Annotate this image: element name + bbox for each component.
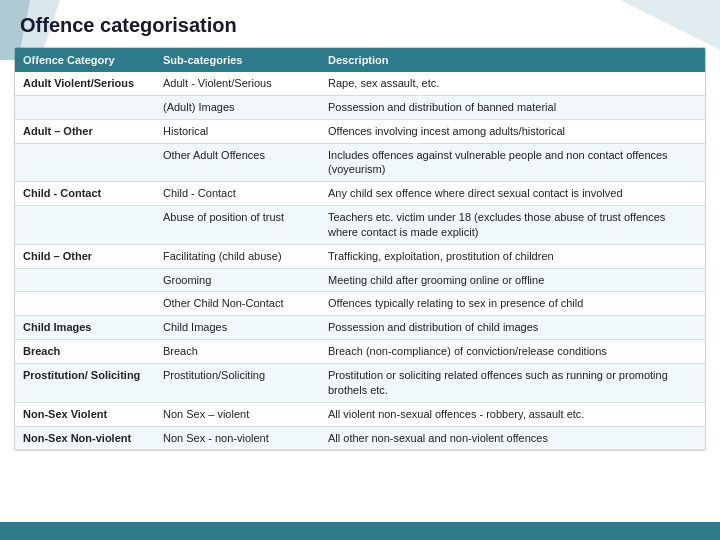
table-row: GroomingMeeting child after grooming onl… xyxy=(15,268,705,292)
cell-description: Teachers etc. victim under 18 (excludes … xyxy=(320,206,705,245)
cell-subcategory: Grooming xyxy=(155,268,320,292)
header: Offence categorisation xyxy=(0,0,720,47)
cell-category xyxy=(15,95,155,119)
table-row: Abuse of position of trustTeachers etc. … xyxy=(15,206,705,245)
table-row: Prostitution/ SolicitingProstitution/Sol… xyxy=(15,363,705,402)
cell-category: Non-Sex Violent xyxy=(15,402,155,426)
bottom-accent xyxy=(0,510,720,540)
cell-subcategory: (Adult) Images xyxy=(155,95,320,119)
table-row: (Adult) ImagesPossession and distributio… xyxy=(15,95,705,119)
cell-description: All other non-sexual and non-violent off… xyxy=(320,426,705,450)
cell-description: Possession and distribution of banned ma… xyxy=(320,95,705,119)
table-row: BreachBreachBreach (non-compliance) of c… xyxy=(15,340,705,364)
cell-description: Breach (non-compliance) of conviction/re… xyxy=(320,340,705,364)
cell-subcategory: Child - Contact xyxy=(155,182,320,206)
cell-subcategory: Facilitating (child abuse) xyxy=(155,244,320,268)
cell-category: Non-Sex Non-violent xyxy=(15,426,155,450)
cell-subcategory: Abuse of position of trust xyxy=(155,206,320,245)
page-wrapper: Offence categorisation Offence Category … xyxy=(0,0,720,540)
header-description: Description xyxy=(320,48,705,72)
cell-description: Includes offences against vulnerable peo… xyxy=(320,143,705,182)
cell-subcategory: Historical xyxy=(155,119,320,143)
cell-description: Possession and distribution of child ima… xyxy=(320,316,705,340)
table-row: Non-Sex Non-violentNon Sex - non-violent… xyxy=(15,426,705,450)
table-row: Other Child Non-ContactOffences typicall… xyxy=(15,292,705,316)
header-category: Offence Category xyxy=(15,48,155,72)
cell-description: Prostitution or soliciting related offen… xyxy=(320,363,705,402)
cell-category: Prostitution/ Soliciting xyxy=(15,363,155,402)
cell-category: Adult Violent/Serious xyxy=(15,72,155,95)
page-title: Offence categorisation xyxy=(20,14,237,36)
table-row: Adult Violent/SeriousAdult - Violent/Ser… xyxy=(15,72,705,95)
cell-description: Rape, sex assault, etc. xyxy=(320,72,705,95)
table-row: Non-Sex ViolentNon Sex – violentAll viol… xyxy=(15,402,705,426)
cell-category: Child - Contact xyxy=(15,182,155,206)
cell-subcategory: Other Adult Offences xyxy=(155,143,320,182)
table-row: Adult – OtherHistoricalOffences involvin… xyxy=(15,119,705,143)
cell-subcategory: Prostitution/Soliciting xyxy=(155,363,320,402)
offence-table: Offence Category Sub-categories Descript… xyxy=(15,48,705,450)
table-header-row: Offence Category Sub-categories Descript… xyxy=(15,48,705,72)
cell-description: Trafficking, exploitation, prostitution … xyxy=(320,244,705,268)
cell-category: Child – Other xyxy=(15,244,155,268)
cell-description: Offences involving incest among adults/h… xyxy=(320,119,705,143)
cell-category: Breach xyxy=(15,340,155,364)
cell-description: Offences typically relating to sex in pr… xyxy=(320,292,705,316)
cell-category xyxy=(15,292,155,316)
table-container: Offence Category Sub-categories Descript… xyxy=(14,47,706,451)
cell-subcategory: Child Images xyxy=(155,316,320,340)
cell-description: All violent non-sexual offences - robber… xyxy=(320,402,705,426)
teal-bar xyxy=(0,522,720,540)
cell-category xyxy=(15,206,155,245)
cell-category xyxy=(15,268,155,292)
cell-subcategory: Breach xyxy=(155,340,320,364)
table-row: Child - ContactChild - ContactAny child … xyxy=(15,182,705,206)
cell-subcategory: Adult - Violent/Serious xyxy=(155,72,320,95)
table-row: Child – OtherFacilitating (child abuse)T… xyxy=(15,244,705,268)
cell-category xyxy=(15,143,155,182)
header-subcategory: Sub-categories xyxy=(155,48,320,72)
cell-category: Adult – Other xyxy=(15,119,155,143)
cell-subcategory: Other Child Non-Contact xyxy=(155,292,320,316)
cell-category: Child Images xyxy=(15,316,155,340)
table-row: Other Adult OffencesIncludes offences ag… xyxy=(15,143,705,182)
table-row: Child ImagesChild ImagesPossession and d… xyxy=(15,316,705,340)
cell-subcategory: Non Sex - non-violent xyxy=(155,426,320,450)
cell-description: Any child sex offence where direct sexua… xyxy=(320,182,705,206)
cell-subcategory: Non Sex – violent xyxy=(155,402,320,426)
cell-description: Meeting child after grooming online or o… xyxy=(320,268,705,292)
